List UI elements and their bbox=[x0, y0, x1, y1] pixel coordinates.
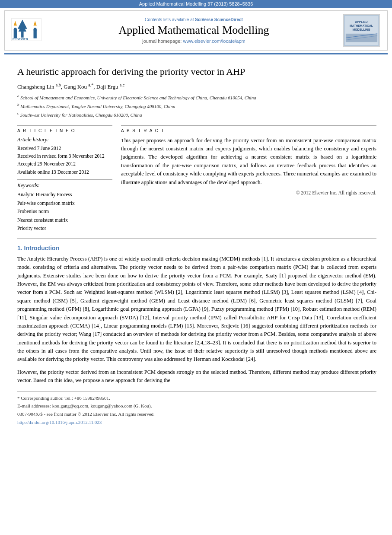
available-online-date: Available online 13 December 2012 bbox=[17, 168, 112, 176]
received-revised-date: Received in revised form 3 November 2012 bbox=[17, 152, 112, 160]
journal-url[interactable]: www.elsevier.com/locate/apm bbox=[183, 38, 245, 44]
article-info-label: A R T I C L E I N F O bbox=[17, 128, 112, 133]
svg-text:MODELLING: MODELLING bbox=[352, 28, 370, 31]
section-divider-1 bbox=[17, 238, 376, 239]
affiliations: a School of Management and Economics, Un… bbox=[17, 93, 376, 119]
introduction-heading: 1. Introduction bbox=[17, 245, 376, 252]
journal-cover-thumbnail: APPLIED MATHEMATICAL MODELLING bbox=[340, 14, 383, 47]
footnotes: * Corresponding author. Tel.: +86 159824… bbox=[17, 391, 376, 427]
article-info-column: A R T I C L E I N F O Article history: R… bbox=[17, 125, 112, 233]
affiliation-b: Mathematics Department, Yangtze Normal U… bbox=[20, 104, 175, 109]
authors-line: Changsheng Lin a,b, Gang Kou a,*, Daji E… bbox=[17, 83, 376, 90]
keywords-section: Keywords: Analytic Hierarchy Process Pai… bbox=[17, 179, 112, 233]
cover-image: APPLIED MATHEMATICAL MODELLING bbox=[343, 14, 380, 47]
intro-paragraph-2: However, the priority vector derived fro… bbox=[17, 368, 376, 385]
elsevier-logo-icon: ELSEVIER bbox=[9, 18, 44, 41]
svg-text:APPLIED: APPLIED bbox=[355, 20, 368, 23]
email-label: E-mail addresses: bbox=[17, 403, 51, 408]
intro-paragraph-1: The Analytic Hierarchy Process (AHP) is … bbox=[17, 255, 376, 364]
accepted-date: Accepted 29 November 2012 bbox=[17, 160, 112, 168]
received-date: Received 7 June 2012 bbox=[17, 144, 112, 152]
sciverse-text: Contents lists available at SciVerse Sci… bbox=[52, 17, 335, 22]
svg-marker-9 bbox=[34, 21, 37, 25]
keyword-4: Nearest consistent matrix bbox=[17, 216, 112, 225]
abstract-label: A B S T R A C T bbox=[121, 128, 376, 133]
article-history: Article history: Received 7 June 2012 Re… bbox=[17, 137, 112, 176]
copyright-notice: © 2012 Elsevier Inc. All rights reserved… bbox=[121, 190, 376, 195]
svg-point-2 bbox=[14, 28, 17, 32]
journal-homepage: journal homepage: www.elsevier.com/locat… bbox=[52, 38, 335, 44]
article-content: A heuristic approach for deriving the pr… bbox=[0, 54, 392, 430]
journal-citation-bar: Applied Mathematical Modelling 37 (2013)… bbox=[0, 0, 392, 8]
history-title: Article history: bbox=[17, 137, 112, 143]
affiliation-c: Southwest University for Nationalities, … bbox=[20, 112, 142, 118]
cover-image-svg: APPLIED MATHEMATICAL MODELLING bbox=[344, 14, 379, 47]
keywords-title: Keywords: bbox=[17, 182, 112, 189]
journal-citation-text: Applied Mathematical Modelling 37 (2013)… bbox=[139, 1, 253, 6]
keyword-1: Analytic Hierarchy Process bbox=[17, 191, 112, 199]
keyword-3: Frobenius norm bbox=[17, 207, 112, 216]
follows-word: follows bbox=[250, 162, 267, 169]
sciverse-link[interactable]: SciVerse ScienceDirect bbox=[195, 17, 243, 22]
email-addresses: kou.gang@qq.com, kougang@yahoo.com (G. K… bbox=[52, 403, 152, 408]
doi-note: http://dx.doi.org/10.1016/j.apm.2012.11.… bbox=[17, 418, 376, 427]
affiliation-a: School of Management and Economics, Univ… bbox=[20, 95, 256, 100]
info-abstract-cols: A R T I C L E I N F O Article history: R… bbox=[17, 125, 376, 233]
svg-rect-6 bbox=[21, 32, 23, 38]
journal-header: ELSEVIER Contents lists available at Sci… bbox=[4, 10, 388, 51]
keyword-2: Pair-wise comparison matrix bbox=[17, 199, 112, 208]
journal-title: Applied Mathematical Modelling bbox=[52, 24, 335, 37]
svg-text:ELSEVIER: ELSEVIER bbox=[13, 37, 29, 41]
abstract-column: A B S T R A C T This paper proposes an a… bbox=[121, 125, 376, 233]
svg-text:MATHEMATICAL: MATHEMATICAL bbox=[350, 24, 373, 27]
abstract-text: This paper proposes an approach for deri… bbox=[121, 137, 376, 187]
article-title: A heuristic approach for deriving the pr… bbox=[17, 66, 376, 78]
email-note: E-mail addresses: kou.gang@qq.com, kouga… bbox=[17, 402, 376, 410]
doi-link[interactable]: http://dx.doi.org/10.1016/j.apm.2012.11.… bbox=[17, 420, 102, 425]
issn-note: 0307-904X/$ - see front matter © 2012 El… bbox=[17, 410, 376, 418]
elsevier-logo-container: ELSEVIER bbox=[9, 18, 48, 43]
svg-marker-3 bbox=[14, 21, 17, 25]
introduction-section: 1. Introduction The Analytic Hierarchy P… bbox=[17, 245, 376, 385]
keyword-5: Priority vector bbox=[17, 224, 112, 233]
corresponding-author-note: * Corresponding author. Tel.: +86 159824… bbox=[17, 394, 376, 402]
svg-point-8 bbox=[34, 28, 37, 32]
journal-name-container: Contents lists available at SciVerse Sci… bbox=[52, 17, 335, 44]
